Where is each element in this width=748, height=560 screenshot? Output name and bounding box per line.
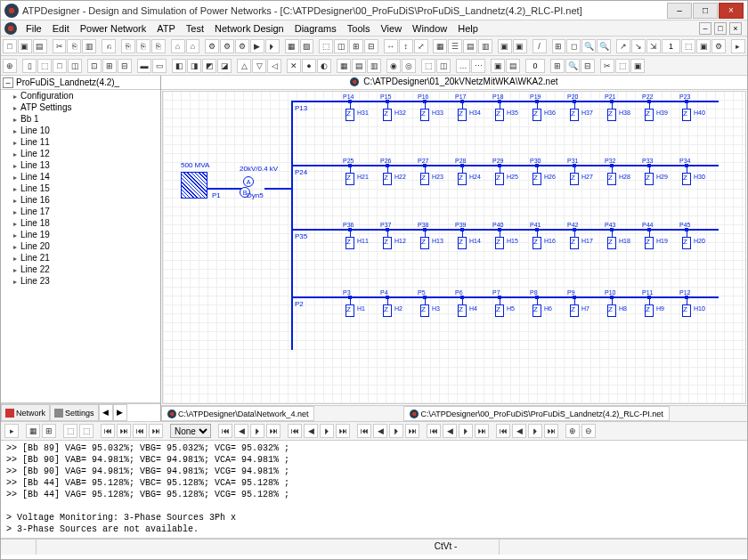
load-element[interactable]: ZP22H39	[640, 101, 658, 121]
midbar-button[interactable]: ⊕	[565, 424, 580, 438]
midbar-button[interactable]: ⏮	[357, 424, 371, 438]
toolbar-button[interactable]: ⊞	[550, 59, 565, 73]
tree-item[interactable]: Line 10	[1, 125, 160, 136]
load-element[interactable]: ZP18H35	[491, 101, 508, 121]
toolbar-button[interactable]: ⚙	[235, 39, 249, 53]
midbar-button[interactable]: ⏵	[459, 424, 473, 438]
midbar-button[interactable]: ◀	[304, 424, 318, 438]
load-element[interactable]: ZP29H25	[491, 165, 508, 185]
toolbar-button[interactable]: ▦	[337, 59, 351, 73]
mdi-minimize-button[interactable]: –	[699, 22, 711, 35]
toolbar-button[interactable]: ⊡	[87, 59, 102, 73]
midbar-button[interactable]: ⏵	[528, 424, 542, 438]
toolbar-button[interactable]: ◁	[267, 59, 281, 73]
toolbar-button[interactable]: ↗	[616, 39, 630, 53]
tree-item[interactable]: Configuration	[1, 90, 160, 101]
load-element[interactable]: ZP42H17	[565, 229, 583, 249]
source-block[interactable]	[181, 172, 216, 207]
toolbar-button[interactable]: ▧	[300, 39, 314, 53]
load-element[interactable]: ZP38H13	[416, 229, 434, 249]
tree-item[interactable]: Line 15	[1, 183, 160, 194]
menu-network-design[interactable]: Network Design	[209, 22, 289, 35]
canvas-tab-2[interactable]: C:\ATPDesigner\00_ProFuDiS\ProFuDiS_Land…	[403, 406, 669, 421]
load-element[interactable]: ZP32H28	[603, 165, 621, 185]
toolbar-button[interactable]: ▣	[630, 59, 645, 73]
midbar-button[interactable]: ⏮	[218, 424, 232, 438]
midbar-button[interactable]: ⏮	[427, 424, 441, 438]
toolbar-button[interactable]: ▣	[498, 39, 512, 53]
load-element[interactable]: ZP20H37	[565, 101, 583, 121]
load-element[interactable]: ZP28H24	[453, 165, 471, 185]
menu-file[interactable]: File	[20, 22, 47, 35]
toolbar-button[interactable]: ▭	[152, 59, 167, 73]
menu-power-network[interactable]: Power Network	[75, 22, 152, 35]
load-element[interactable]: ZP11H9	[640, 296, 658, 317]
tree-item[interactable]: Line 20	[1, 240, 160, 252]
toolbar-button[interactable]: ⬚	[615, 59, 630, 73]
toolbar-button[interactable]: ⬚	[681, 39, 695, 53]
midbar-button[interactable]: ◀	[512, 424, 526, 438]
toolbar-button[interactable]: ⇲	[646, 39, 661, 53]
toolbar-button[interactable]: ↔	[384, 39, 398, 53]
toolbar-button[interactable]: ▤	[352, 59, 366, 73]
load-element[interactable]: ZP10H8	[603, 296, 621, 317]
toolbar2-number[interactable]: 0	[525, 59, 545, 73]
load-element[interactable]: ZP19H36	[528, 101, 546, 121]
load-element[interactable]: ZP7H5	[491, 296, 508, 317]
toolbar-button[interactable]: □	[3, 39, 17, 53]
load-element[interactable]: ZP4H2	[378, 296, 396, 317]
toolbar-button[interactable]: ▶	[250, 39, 264, 53]
toolbar-button[interactable]: /	[533, 39, 547, 53]
midbar-button[interactable]: ⏭	[544, 424, 558, 438]
toolbar-button[interactable]: 🔍	[597, 39, 611, 53]
toolbar-button[interactable]: ↘	[631, 39, 646, 53]
tab-nav-left[interactable]: ◀	[99, 404, 113, 421]
toolbar-button[interactable]: ⤢	[414, 39, 428, 53]
menu-tools[interactable]: Tools	[342, 22, 376, 35]
tree-item[interactable]: ATP Settings	[1, 101, 160, 113]
load-element[interactable]: ZP8H6	[528, 296, 546, 317]
load-element[interactable]: ZP33H29	[640, 165, 658, 185]
tree-item[interactable]: Line 21	[1, 252, 160, 264]
toolbar-button[interactable]: ⚙	[205, 39, 219, 53]
load-element[interactable]: ZP25H21	[341, 165, 359, 185]
midbar-button[interactable]: ⏭	[405, 424, 419, 438]
tab-nav-right[interactable]: ▶	[113, 404, 127, 421]
load-element[interactable]: ZP14H31	[341, 101, 359, 121]
toolbar-button[interactable]: ⊟	[364, 39, 378, 53]
close-button[interactable]: ×	[719, 3, 744, 19]
tree-collapse-button[interactable]: –	[3, 77, 13, 88]
tree-view[interactable]: ConfigurationATP SettingsBb 1Line 10Line…	[1, 90, 160, 403]
menu-help[interactable]: Help	[452, 22, 484, 35]
toolbar-button[interactable]: ⚙	[220, 39, 234, 53]
toolbar-button[interactable]: ↕	[399, 39, 413, 53]
toolbar-button[interactable]: ⌂	[186, 39, 200, 53]
toolbar-button[interactable]: ⎘	[67, 39, 81, 53]
load-element[interactable]: ZP17H34	[453, 101, 471, 121]
output-console[interactable]: >> [Bb 89] VAG= 95.032%; VBG= 95.032%; V…	[1, 441, 747, 539]
midbar-button[interactable]: ◀	[234, 424, 248, 438]
toolbar-button[interactable]: ⎘	[136, 39, 150, 53]
toolbar-button[interactable]: ◧	[172, 59, 186, 73]
midbar-button[interactable]: ⏮	[288, 424, 302, 438]
minimize-button[interactable]: –	[667, 3, 692, 19]
menu-view[interactable]: View	[375, 22, 407, 35]
load-element[interactable]: ZP30H26	[528, 165, 546, 185]
toolbar-button[interactable]: ⊞	[552, 39, 566, 53]
midbar-button[interactable]: ⬚	[79, 424, 94, 438]
load-element[interactable]: ZP41H16	[528, 229, 546, 249]
toolbar-button[interactable]: ⚙	[711, 39, 726, 53]
toolbar1-number[interactable]: 1	[662, 39, 681, 53]
midbar-button[interactable]: ⏭	[117, 424, 131, 438]
toolbar-button[interactable]: ⎘	[121, 39, 135, 53]
midbar-button[interactable]: ⏭	[475, 424, 489, 438]
toolbar-button[interactable]: ◫	[68, 59, 82, 73]
load-element[interactable]: ZP37H12	[378, 229, 396, 249]
sidebar-tab-settings[interactable]: Settings	[50, 404, 99, 421]
mdi-restore-button[interactable]: □	[714, 22, 727, 35]
midbar-button[interactable]: ⏵	[389, 424, 403, 438]
load-element[interactable]: ZP43H18	[603, 229, 621, 249]
load-element[interactable]: ZP12H10	[678, 296, 695, 317]
midbar-button[interactable]: ⬚	[63, 424, 77, 438]
midbar-button[interactable]: ▸	[4, 424, 19, 438]
